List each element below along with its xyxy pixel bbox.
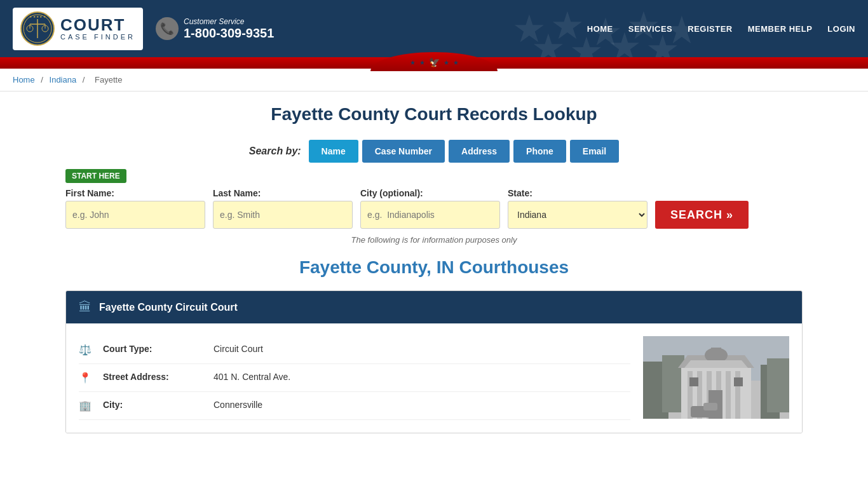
phone-icon: 📞 (156, 17, 179, 40)
city-label-row: City: (103, 400, 205, 410)
city-value: Connersville (214, 400, 262, 410)
court-type-value: Circuit Court (214, 344, 263, 354)
courthouses-title: Fayette County, IN Courthouses (65, 257, 803, 278)
form-inputs-row: Indiana Alabama Alaska Arizona Arkansas … (65, 201, 803, 229)
tab-email[interactable]: Email (570, 140, 619, 163)
courthouse-card: 🏛 Fayette County Circuit Court ⚖️ Court … (65, 290, 803, 433)
detail-street-address: 📍 Street Address: 401 N. Central Ave. (79, 364, 630, 392)
cs-label: Customer Service (184, 17, 274, 26)
city-icon: 🏢 (79, 400, 94, 412)
city-label: City (optional): (360, 188, 500, 198)
star-left: ★ (410, 59, 416, 66)
eagle-area: ★ ★ 🦅 ★ ★ (410, 57, 459, 67)
state-label: State: (508, 188, 648, 198)
breadcrumb-sep-1: / (41, 75, 45, 85)
star-left2: ★ (419, 59, 425, 66)
svg-rect-18 (726, 371, 731, 419)
courthouse-card-header: 🏛 Fayette County Circuit Court (66, 291, 802, 323)
svg-marker-23 (684, 360, 748, 368)
search-button[interactable]: SEARCH » (655, 201, 749, 229)
breadcrumb-indiana[interactable]: Indiana (50, 75, 77, 85)
header-left: ★ ★ ★ ★ ★ COURT CASE FINDER 📞 Customer S… (13, 8, 274, 50)
tab-name[interactable]: Name (309, 140, 358, 163)
courthouse-body: ⚖️ Court Type: Circuit Court 📍 Street Ad… (66, 323, 802, 433)
court-type-label: Court Type: (103, 344, 205, 354)
detail-city: 🏢 City: Connersville (79, 392, 630, 420)
main-nav: HOME SERVICES REGISTER MEMBER HELP LOGIN (587, 24, 855, 34)
last-name-input[interactable] (213, 201, 353, 229)
svg-rect-28 (703, 403, 717, 410)
form-labels-row: First Name: Last Name: City (optional): … (65, 188, 803, 198)
street-address-icon: 📍 (79, 372, 94, 384)
logo-text: COURT CASE FINDER (60, 17, 135, 41)
svg-rect-22 (711, 348, 721, 360)
star-right: ★ (444, 59, 449, 66)
nav-register[interactable]: REGISTER (688, 24, 732, 34)
state-select[interactable]: Indiana Alabama Alaska Arizona Arkansas … (508, 201, 648, 229)
tab-address[interactable]: Address (449, 140, 510, 163)
svg-rect-25 (689, 377, 698, 386)
nav-member-help[interactable]: MEMBER HELP (748, 24, 813, 34)
street-address-value: 401 N. Central Ave. (214, 372, 290, 382)
svg-rect-12 (662, 355, 684, 412)
logo-finder-label: CASE FINDER (60, 33, 135, 41)
first-name-input[interactable] (65, 201, 205, 229)
courthouse-image (643, 336, 789, 419)
svg-rect-30 (767, 358, 789, 412)
search-form: START HERE First Name: Last Name: City (… (65, 169, 803, 229)
nav-home[interactable]: HOME (587, 24, 613, 34)
search-by-label: Search by: (249, 146, 301, 157)
main-content: Fayette County Court Records Lookup Sear… (53, 92, 815, 459)
svg-rect-26 (734, 377, 743, 386)
first-name-label: First Name: (65, 188, 205, 198)
courthouse-building-svg (643, 336, 789, 419)
court-type-icon: ⚖️ (79, 344, 94, 356)
tab-phone[interactable]: Phone (513, 140, 566, 163)
courthouse-icon: 🏛 (79, 300, 92, 315)
cs-phone: 1-800-309-9351 (184, 26, 274, 41)
customer-service: 📞 Customer Service 1-800-309-9351 (156, 17, 274, 41)
cs-text: Customer Service 1-800-309-9351 (184, 17, 274, 41)
wave-banner: ★ ★ 🦅 ★ ★ (0, 57, 868, 69)
logo-court-label: COURT (60, 17, 135, 33)
search-by-row: Search by: Name Case Number Address Phon… (65, 140, 803, 163)
breadcrumb-sep-2: / (83, 75, 87, 85)
detail-court-type: ⚖️ Court Type: Circuit Court (79, 336, 630, 364)
breadcrumb-home[interactable]: Home (13, 75, 35, 85)
page-title: Fayette County Court Records Lookup (65, 104, 803, 125)
info-text: The following is for information purpose… (65, 235, 803, 245)
last-name-label: Last Name: (213, 188, 353, 198)
breadcrumb-fayette: Fayette (95, 75, 122, 85)
courthouse-name-link[interactable]: Fayette County Circuit Court (99, 302, 238, 313)
nav-login[interactable]: LOGIN (827, 24, 855, 34)
city-input[interactable] (360, 201, 500, 229)
eagle-icon: 🦅 (429, 57, 440, 67)
tab-case-number[interactable]: Case Number (362, 140, 445, 163)
courthouse-details: ⚖️ Court Type: Circuit Court 📍 Street Ad… (79, 336, 630, 420)
star-right2: ★ (453, 59, 459, 66)
svg-text:★ ★ ★ ★ ★: ★ ★ ★ ★ ★ (29, 15, 46, 18)
street-address-label: Street Address: (103, 372, 205, 382)
start-here-badge: START HERE (65, 169, 126, 183)
nav-services[interactable]: SERVICES (628, 24, 673, 34)
breadcrumb: Home / Indiana / Fayette (0, 69, 868, 92)
site-header: ★ ★ ★ ★ ★ ★ ★ ★ ★ ★ ★ ★ ★ ★ (0, 0, 868, 57)
site-logo[interactable]: ★ ★ ★ ★ ★ COURT CASE FINDER (13, 8, 143, 50)
logo-emblem-icon: ★ ★ ★ ★ ★ (20, 11, 55, 46)
